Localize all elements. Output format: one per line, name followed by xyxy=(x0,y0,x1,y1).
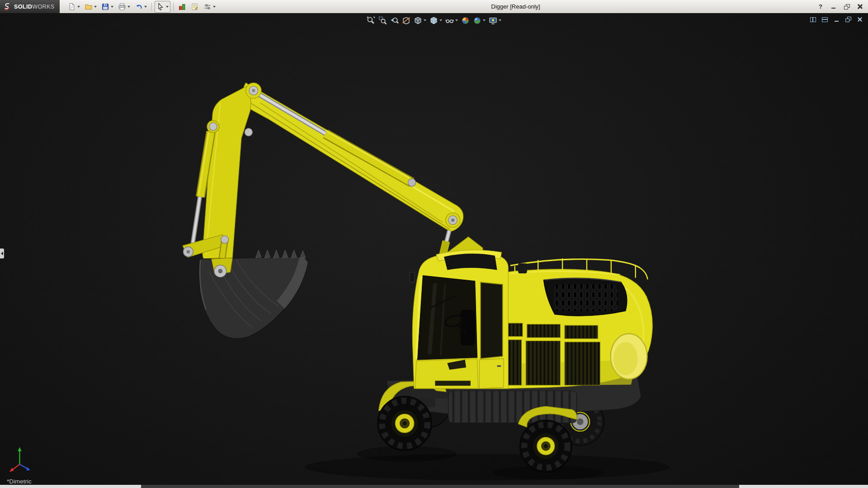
window-title: Digger [Read-only] xyxy=(491,3,540,10)
print-icon xyxy=(118,3,126,11)
zoom-to-fit-button[interactable] xyxy=(365,15,377,26)
sheet-format-icon xyxy=(191,3,199,11)
display-style-button[interactable] xyxy=(428,15,443,26)
hide-show-items-button[interactable] xyxy=(444,15,459,26)
help-button[interactable]: ? xyxy=(817,2,824,11)
brand-text: SOLIDWORKS xyxy=(14,4,54,10)
document-minimize-button[interactable] xyxy=(833,16,840,23)
close-icon xyxy=(857,4,863,9)
quick-access-toolbar xyxy=(66,1,217,13)
model-shadow xyxy=(304,446,670,480)
xpress-tools-icon xyxy=(178,3,186,11)
options-sliders-icon xyxy=(203,3,212,11)
apply-scene-icon xyxy=(473,16,481,25)
status-bar xyxy=(0,485,868,488)
solidworks-logo: SOLIDWORKS xyxy=(0,0,60,13)
zoom-to-area-icon xyxy=(378,16,387,25)
toolbar-separator xyxy=(173,3,174,11)
restore-icon xyxy=(844,4,850,9)
tile-vertical-button[interactable] xyxy=(809,16,816,23)
model-canvas[interactable] xyxy=(0,13,868,485)
zoom-to-area-button[interactable] xyxy=(377,15,388,26)
close-icon xyxy=(857,17,863,22)
open-button[interactable] xyxy=(83,1,99,13)
previous-view-icon xyxy=(390,16,399,25)
view-orientation-button[interactable] xyxy=(412,15,428,26)
apply-scene-button[interactable] xyxy=(472,15,487,26)
dropdown-arrow-icon[interactable] xyxy=(111,6,113,8)
restore-button[interactable] xyxy=(843,2,850,11)
help-icon: ? xyxy=(819,3,822,10)
xpress-tools-button[interactable] xyxy=(176,1,188,13)
chevron-left-icon xyxy=(1,252,3,255)
document-restore-button[interactable] xyxy=(844,16,852,23)
window-controls: ? xyxy=(817,0,863,13)
minimize-icon xyxy=(831,4,836,9)
print-button[interactable] xyxy=(116,1,132,13)
model-cab[interactable] xyxy=(410,250,508,389)
solidworks-window: SOLIDWORKS xyxy=(0,0,868,488)
dropdown-arrow-icon[interactable] xyxy=(144,6,147,8)
tile-vertical-icon xyxy=(810,17,816,22)
graphics-area[interactable]: *Dimetric xyxy=(0,13,868,485)
undo-button[interactable] xyxy=(133,1,149,13)
edit-appearance-button[interactable] xyxy=(460,15,471,26)
new-document-button[interactable] xyxy=(66,1,82,13)
document-close-button[interactable] xyxy=(856,16,863,23)
dropdown-arrow-icon[interactable] xyxy=(499,19,501,21)
dropdown-arrow-icon[interactable] xyxy=(166,6,169,8)
restore-icon xyxy=(845,17,851,22)
toolbar-separator xyxy=(151,3,152,11)
view-settings-icon xyxy=(489,16,497,25)
new-document-icon xyxy=(68,3,76,11)
close-button[interactable] xyxy=(856,2,863,11)
hide-show-items-icon xyxy=(445,16,454,25)
section-view-button[interactable] xyxy=(401,15,412,26)
section-view-icon xyxy=(402,16,410,25)
minimize-icon xyxy=(834,17,839,22)
minimize-button[interactable] xyxy=(830,2,837,11)
save-button[interactable] xyxy=(99,1,115,13)
open-folder-icon xyxy=(85,3,93,11)
undo-icon xyxy=(135,3,143,11)
model-bucket[interactable] xyxy=(198,250,307,338)
edit-appearance-icon xyxy=(461,16,470,25)
dropdown-arrow-icon[interactable] xyxy=(483,19,486,21)
dropdown-arrow-icon[interactable] xyxy=(127,6,130,8)
brand-bold: SOLID xyxy=(14,4,32,10)
save-icon xyxy=(101,3,109,11)
brand-light: WORKS xyxy=(32,4,54,10)
dropdown-arrow-icon[interactable] xyxy=(439,19,442,21)
options-button[interactable] xyxy=(202,1,217,13)
display-style-icon xyxy=(429,16,438,25)
heads-up-toolbar xyxy=(365,15,503,26)
view-orientation-label: *Dimetric xyxy=(7,478,32,485)
select-button[interactable] xyxy=(155,1,170,13)
sheet-format-button[interactable] xyxy=(189,1,201,13)
model-boom[interactable] xyxy=(183,83,463,270)
view-orientation-icon xyxy=(414,16,422,25)
solidworks-logo-icon xyxy=(3,2,12,11)
tile-horizontal-button[interactable] xyxy=(821,16,828,23)
dropdown-arrow-icon[interactable] xyxy=(77,6,80,8)
dropdown-arrow-icon[interactable] xyxy=(94,6,97,8)
titlebar: SOLIDWORKS xyxy=(0,0,868,14)
panel-collapse-handle[interactable] xyxy=(0,249,4,258)
dropdown-arrow-icon[interactable] xyxy=(213,6,216,8)
orientation-triad xyxy=(9,446,38,475)
dropdown-arrow-icon[interactable] xyxy=(424,19,426,21)
select-cursor-icon xyxy=(156,3,165,11)
document-window-controls xyxy=(809,16,863,23)
statusbar-thumb xyxy=(141,485,739,488)
dropdown-arrow-icon[interactable] xyxy=(455,19,458,21)
previous-view-button[interactable] xyxy=(389,15,400,26)
zoom-to-fit-icon xyxy=(367,16,375,25)
tile-horizontal-icon xyxy=(822,17,828,22)
view-settings-button[interactable] xyxy=(487,15,503,26)
